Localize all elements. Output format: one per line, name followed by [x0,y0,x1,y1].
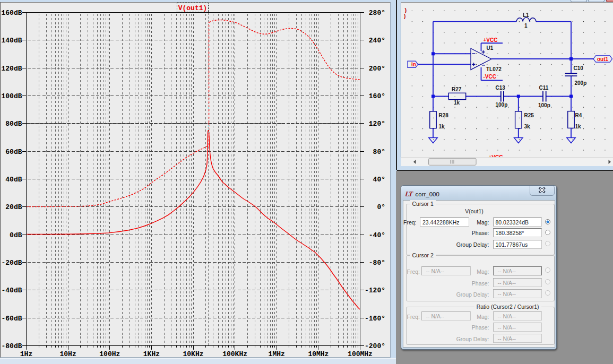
svg-text:-80dB: -80dB [1,342,22,350]
svg-text:120°: 120° [369,120,385,128]
svg-text:40°: 40° [373,176,385,184]
svg-text:in: in [411,62,416,67]
svg-text:1k: 1k [454,100,460,106]
svg-text:100dB: 100dB [1,92,22,100]
svg-text:L1: L1 [523,12,529,18]
svg-text:R27: R27 [452,86,462,92]
svg-text:10KHz: 10KHz [183,350,203,358]
svg-text:3k: 3k [524,124,531,129]
svg-text:+VCC: +VCC [484,37,498,43]
svg-text:-120°: -120° [365,287,385,294]
svg-text:80°: 80° [373,148,385,156]
svg-text:200°: 200° [369,65,385,73]
svg-text:R25: R25 [524,112,534,118]
svg-text:60dB: 60dB [5,148,22,156]
svg-text:100p: 100p [496,102,508,108]
svg-text:10Hz: 10Hz [59,350,76,358]
svg-text:-200°: -200° [365,342,385,350]
svg-text:240°: 240° [369,37,385,45]
svg-text:80dB: 80dB [5,120,22,128]
svg-text:40dB: 40dB [5,176,22,184]
svg-text:200p: 200p [575,80,587,86]
svg-text:100Hz: 100Hz [99,350,120,358]
svg-text:LT: LT [405,190,414,197]
svg-text:1MHz: 1MHz [269,350,285,358]
svg-text:0dB: 0dB [10,231,22,239]
svg-text:1Hz: 1Hz [20,350,32,358]
svg-text:): ) [404,13,405,19]
svg-text:1k: 1k [575,124,582,129]
svg-text:120dB: 120dB [1,65,22,73]
svg-text:R28: R28 [439,112,449,118]
svg-text:C10: C10 [574,65,584,71]
svg-text:20dB: 20dB [5,203,22,211]
svg-text:1KHz: 1KHz [143,350,160,358]
svg-text:0°: 0° [377,203,385,211]
svg-text:V(out1): V(out1) [178,4,208,12]
svg-text:R4: R4 [575,112,582,118]
svg-text:-VCC: -VCC [484,74,496,80]
svg-text:-60dB: -60dB [1,315,22,323]
svg-text:1k: 1k [439,124,445,129]
svg-text:100KHz: 100KHz [222,350,247,358]
svg-text:160°: 160° [369,92,385,100]
svg-text:140dB: 140dB [1,37,22,45]
svg-text:C13: C13 [496,85,506,91]
svg-text:100p: 100p [538,102,550,108]
svg-text:280°: 280° [369,9,385,17]
svg-text:160dB: 160dB [1,9,22,17]
svg-text:-160°: -160° [365,315,385,323]
svg-text:U1: U1 [487,45,494,51]
svg-text:C11: C11 [539,85,549,91]
svg-text:1: 1 [524,23,528,29]
svg-text:-20dB: -20dB [1,259,22,267]
svg-text:-40dB: -40dB [1,287,22,294]
svg-text:10MHz: 10MHz [308,350,329,358]
svg-text:-80°: -80° [369,259,385,267]
svg-text:): ) [405,7,407,13]
svg-text:-40°: -40° [369,231,385,239]
svg-text:100MHz: 100MHz [348,350,373,358]
svg-text:TL072: TL072 [486,66,502,72]
svg-text:out1: out1 [597,56,609,62]
